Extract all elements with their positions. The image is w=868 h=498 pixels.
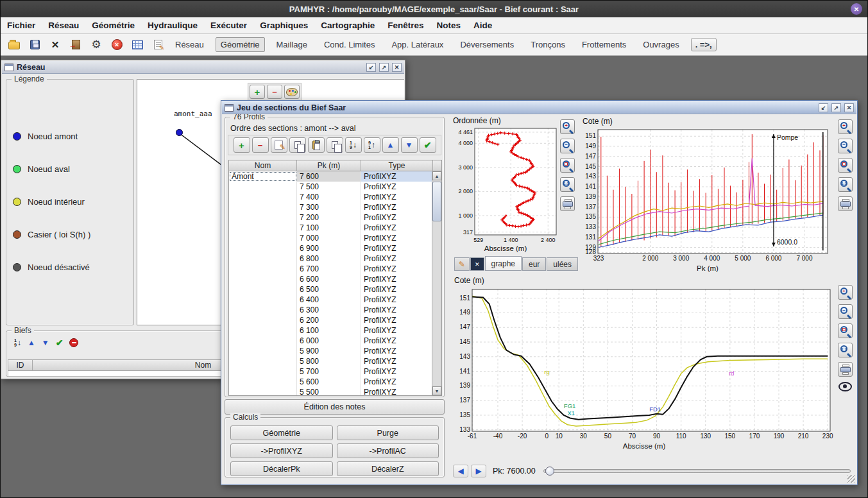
cell-type[interactable]: ProfilXYZ xyxy=(361,264,433,274)
notes-button-icon[interactable]: ✎ xyxy=(149,37,166,53)
reseau-restore-button[interactable]: ↙ xyxy=(366,63,376,72)
cell-nom[interactable] xyxy=(229,356,297,366)
toolbar-overflow-button[interactable]: . =>, xyxy=(691,38,717,51)
cell-nom[interactable] xyxy=(229,346,297,356)
sort-icon[interactable]: 19 ↓ xyxy=(14,338,21,347)
delete-bief-button[interactable] xyxy=(69,338,78,347)
cell-type[interactable]: ProfilXYZ xyxy=(361,315,433,325)
toolbar-button-geometrie[interactable]: Géométrie xyxy=(216,37,265,52)
settings-button[interactable]: ⚙ xyxy=(88,37,105,53)
cell-nom[interactable] xyxy=(229,264,297,274)
cell-pk[interactable]: 6 800 xyxy=(297,253,361,264)
cell-nom[interactable] xyxy=(229,305,297,315)
cell-pk[interactable]: 5 500 xyxy=(297,387,361,396)
scrollbar-thumb[interactable] xyxy=(432,182,441,221)
menu-geometrie[interactable]: Géométrie xyxy=(92,21,135,30)
cell-nom[interactable] xyxy=(229,182,297,192)
scroll-down-button[interactable]: ▼ xyxy=(432,386,441,395)
table-row[interactable]: 6 700ProfilXYZ xyxy=(229,264,441,274)
results-table-button[interactable] xyxy=(129,37,146,53)
edit-view-tab[interactable]: ✎ xyxy=(454,257,470,271)
close-study-button[interactable]: ✕ xyxy=(47,37,64,53)
print-button[interactable] xyxy=(838,196,853,211)
add-node-button[interactable]: + xyxy=(250,85,265,99)
zoom-fit-button[interactable] xyxy=(560,158,575,173)
upstream-node[interactable] xyxy=(176,129,183,136)
toolbar-button-ouvrages[interactable]: Ouvrages xyxy=(638,37,684,52)
palette-button[interactable] xyxy=(284,85,300,99)
calc-button-decalerpk[interactable]: DécalerPk xyxy=(230,461,333,476)
table-row[interactable]: 7 400ProfilXYZ xyxy=(229,192,441,202)
previous-section-button[interactable]: ◀ xyxy=(453,465,468,477)
toolbar-button-reseau[interactable]: Réseau xyxy=(170,37,209,52)
cell-pk[interactable]: 7 500 xyxy=(297,182,361,192)
remove-profile-button[interactable]: − xyxy=(252,137,269,153)
cell-nom[interactable] xyxy=(229,202,297,212)
cell-nom[interactable] xyxy=(229,233,297,243)
sort-descending-button[interactable]: 19↓ xyxy=(345,137,362,153)
cell-pk[interactable]: 7 100 xyxy=(297,223,361,233)
long-profile-chart[interactable]: Pompe6000.015114914714514314113913713513… xyxy=(579,125,837,264)
cell-nom[interactable] xyxy=(229,284,297,295)
resize-grip[interactable] xyxy=(847,475,855,483)
cell-type[interactable]: ProfilXYZ xyxy=(361,233,433,243)
table-row[interactable]: 7 300ProfilXYZ xyxy=(229,202,441,212)
cross-section-chart[interactable]: rgFG1X1FD1rd1511491471451431411391371351… xyxy=(450,285,838,442)
toolbar-button-app-lateraux[interactable]: App. Latéraux xyxy=(386,37,448,52)
sort-ascending-button[interactable]: 91↑ xyxy=(364,137,380,153)
os-titlebar[interactable]: PAMHYR : /home/parouby/MAGE/exemple_saar… xyxy=(1,1,867,17)
cell-pk[interactable]: 6 100 xyxy=(297,325,361,336)
move-up-button[interactable]: ▲ xyxy=(28,338,35,347)
open-button[interactable] xyxy=(6,37,22,53)
pk-slider-thumb[interactable] xyxy=(545,467,554,476)
reseau-close-button[interactable]: ✕ xyxy=(392,63,402,72)
cell-type[interactable]: ProfilXYZ xyxy=(361,346,433,356)
cell-nom[interactable] xyxy=(229,336,297,346)
validate-button[interactable]: ✔ xyxy=(56,338,64,348)
cell-type[interactable]: ProfilXYZ xyxy=(361,223,433,233)
cell-pk[interactable]: 7 400 xyxy=(297,192,361,202)
cell-nom[interactable] xyxy=(229,253,297,264)
toolbar-button-troncons[interactable]: Tronçons xyxy=(525,37,570,52)
cell-nom[interactable] xyxy=(229,295,297,305)
cell-nom[interactable] xyxy=(229,192,297,202)
cell-pk[interactable]: 6 700 xyxy=(297,264,361,274)
cell-type[interactable]: ProfilXYZ xyxy=(361,377,433,387)
zoom-one-button[interactable]: 1:1 xyxy=(560,177,575,192)
calc-button-profilxyz[interactable]: ->ProfilXYZ xyxy=(230,443,333,458)
save-button[interactable] xyxy=(26,37,43,53)
cell-nom[interactable] xyxy=(229,325,297,336)
sections-window-titlebar[interactable]: Jeu de sections du Bief Saar ↙ ↗ ✕ xyxy=(222,101,856,114)
calc-button-geometrie[interactable]: Géométrie xyxy=(230,425,333,440)
table-row[interactable]: 7 000ProfilXYZ xyxy=(229,233,441,243)
table-row[interactable]: 7 200ProfilXYZ xyxy=(229,212,441,223)
cell-type[interactable]: ProfilXYZ xyxy=(361,274,433,284)
move-down-button[interactable]: ▼ xyxy=(42,338,49,347)
cell-pk[interactable]: 6 500 xyxy=(297,284,361,295)
zoom-in-button[interactable]: + xyxy=(838,285,853,300)
menu-notes[interactable]: Notes xyxy=(436,21,461,30)
stop-button[interactable]: ✕ xyxy=(108,37,125,53)
table-row[interactable]: 5 900ProfilXYZ xyxy=(229,346,441,356)
menu-reseau[interactable]: Réseau xyxy=(48,21,79,30)
menu-aide[interactable]: Aide xyxy=(473,21,492,30)
apply-button[interactable]: ✔ xyxy=(420,137,436,153)
cell-type[interactable]: ProfilXYZ xyxy=(361,182,433,192)
cell-nom[interactable]: Amont xyxy=(229,171,297,182)
tab-ulees[interactable]: ulées xyxy=(547,257,578,271)
cell-pk[interactable]: 7 600 xyxy=(297,171,361,182)
cell-pk[interactable]: 7 000 xyxy=(297,233,361,243)
duplicate-button[interactable] xyxy=(327,137,343,153)
menu-executer[interactable]: Exécuter xyxy=(210,21,247,30)
table-row[interactable]: 7 100ProfilXYZ xyxy=(229,223,441,233)
table-row[interactable]: 6 900ProfilXYZ xyxy=(229,243,441,253)
cell-pk[interactable]: 6 600 xyxy=(297,274,361,284)
quit-button[interactable] xyxy=(67,37,84,53)
cell-nom[interactable] xyxy=(229,223,297,233)
zoom-out-button[interactable]: − xyxy=(838,139,853,153)
table-row[interactable]: 6 800ProfilXYZ xyxy=(229,253,441,264)
tab-graphe[interactable]: graphe xyxy=(485,256,522,271)
sections-maximize-button[interactable]: ↗ xyxy=(831,103,841,112)
cell-pk[interactable]: 5 800 xyxy=(297,356,361,366)
cell-pk[interactable]: 5 700 xyxy=(297,366,361,377)
